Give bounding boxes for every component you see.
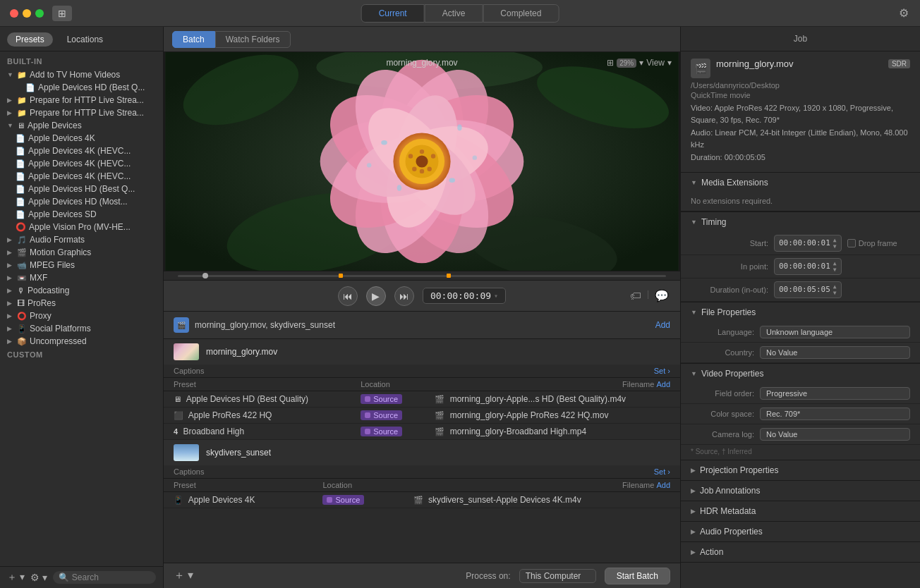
- hdr-metadata-header[interactable]: ▶ HDR Metadata: [681, 501, 920, 521]
- action-section: ▶ Action: [681, 542, 920, 563]
- video-properties-header[interactable]: ▼ Video Properties: [681, 364, 920, 384]
- action-header[interactable]: ▶ Action: [681, 542, 920, 562]
- country-select[interactable]: No Value: [760, 346, 910, 359]
- tree-item-label: Uncompressed: [30, 336, 87, 346]
- tree-item-apple-hd-best[interactable]: 📄 Apple Devices HD (Best Q...: [0, 81, 163, 94]
- language-select[interactable]: Unknown language: [760, 326, 910, 338]
- preset-table-2: Preset Location Filename Add 📱: [164, 479, 680, 508]
- preset-name: 4 Broadband High: [164, 424, 351, 440]
- tree-item-uncompressed[interactable]: ▶ 📦 Uncompressed: [0, 335, 163, 348]
- tree-item-prores[interactable]: ▶ 🎞 ProRes: [0, 297, 163, 310]
- projection-properties-header[interactable]: ▶ Projection Properties: [681, 460, 920, 480]
- settings-icon[interactable]: ⚙: [899, 6, 909, 20]
- preset-filename: 🎬 morning_glory-Apple...s HD (Best Quali…: [425, 391, 680, 408]
- tree-item-audio-formats[interactable]: ▶ 🎵 Audio Formats: [0, 233, 163, 246]
- svg-point-30: [431, 154, 435, 158]
- tab-watch-folders[interactable]: Watch Folders: [215, 31, 291, 48]
- tab-active[interactable]: Active: [425, 4, 483, 23]
- tree-item-motion-graphics[interactable]: ▶ 🎬 Motion Graphics: [0, 246, 163, 259]
- tree-item-mpeg[interactable]: ▶ 📹 MPEG Files: [0, 259, 163, 271]
- sidebar-toggle-button[interactable]: ⊞: [52, 6, 72, 21]
- camera-log-select[interactable]: No Value: [760, 428, 910, 441]
- search-field[interactable]: 🔍 Search: [53, 571, 156, 584]
- tree-item-mxf[interactable]: ▶ 📼 MXF: [0, 271, 163, 284]
- close-button[interactable]: [10, 9, 18, 18]
- tree-item-apple-devices[interactable]: ▼ 🖥 Apple Devices: [0, 119, 163, 132]
- add-preset-button[interactable]: ＋ ▾: [7, 571, 25, 584]
- start-timecode[interactable]: 00:00:00:01 ▲▼: [774, 235, 842, 252]
- tree-item-apple-hd-most[interactable]: 📄 Apple Devices HD (Most...: [0, 195, 163, 208]
- svg-point-31: [412, 166, 416, 171]
- audio-properties-section: ▶ Audio Properties: [681, 522, 920, 542]
- field-order-label: Field order:: [691, 389, 754, 398]
- tree-item-label: Apple Vision Pro (MV-HE...: [29, 222, 131, 232]
- set-captions-button[interactable]: Set ›: [654, 367, 670, 375]
- color-space-select[interactable]: Rec. 709*: [760, 408, 910, 420]
- mic-icon: 🎙: [17, 286, 25, 295]
- tree-item-podcasting[interactable]: ▶ 🎙 Podcasting: [0, 284, 163, 297]
- file-properties-header[interactable]: ▼ File Properties: [681, 302, 920, 322]
- job-thumbnail: [174, 343, 199, 360]
- media-extensions-header[interactable]: ▼ Media Extensions: [681, 173, 920, 192]
- add-preset-button[interactable]: Add: [656, 481, 670, 489]
- source-badge: Source: [322, 495, 364, 505]
- tree-item-apple-4k-hevc2[interactable]: 📄 Apple Devices 4K (HEVC...: [0, 157, 163, 170]
- country-label: Country:: [691, 348, 754, 357]
- in-point-value: 00:00:00:01: [779, 262, 830, 271]
- projection-properties-section: ▶ Projection Properties: [681, 460, 920, 481]
- tab-completed[interactable]: Completed: [483, 4, 559, 23]
- job-annotations-section: ▶ Job Annotations: [681, 481, 920, 501]
- jobs-title: morning_glory.mov, skydivers_sunset: [195, 320, 335, 330]
- jobs-header: 🎬 morning_glory.mov, skydivers_sunset Ad…: [164, 312, 680, 339]
- skip-forward-button[interactable]: ⏭: [394, 286, 414, 306]
- tree-item-tv-home-videos[interactable]: ▼ 📁 Add to TV Home Videos: [0, 68, 163, 81]
- tree-item-apple-sd[interactable]: 📄 Apple Devices SD: [0, 208, 163, 221]
- add-job-plus-button[interactable]: ＋ ▾: [174, 568, 193, 583]
- tree-item-apple-4k[interactable]: 📄 Apple Devices 4K: [0, 132, 163, 145]
- drop-frame-check: Drop frame: [847, 239, 897, 247]
- tree-item-apple-vision[interactable]: ⭕ Apple Vision Pro (MV-HE...: [0, 221, 163, 233]
- video-icon: 📹: [17, 261, 27, 270]
- computer-select[interactable]: This Computer: [519, 569, 596, 583]
- minimize-button[interactable]: [23, 9, 31, 18]
- tree-item-apple-4k-hevc3[interactable]: 📄 Apple Devices 4K (HEVC...: [0, 170, 163, 183]
- set-captions-button[interactable]: Set ›: [654, 467, 670, 476]
- titlebar-tabs: Current Active Completed: [361, 4, 559, 23]
- job-annotations-header[interactable]: ▶ Job Annotations: [681, 481, 920, 501]
- section-title: Action: [700, 547, 723, 557]
- tab-batch[interactable]: Batch: [172, 31, 215, 48]
- tree-item-proxy[interactable]: ▶ ⭕ Proxy: [0, 310, 163, 322]
- settings-preset-button[interactable]: ⚙ ▾: [30, 572, 47, 583]
- timing-header[interactable]: ▼ Timing: [681, 212, 920, 232]
- view-button[interactable]: View: [646, 58, 665, 68]
- skip-back-button[interactable]: ⏮: [338, 286, 358, 306]
- field-order-select[interactable]: Progressive: [760, 387, 910, 400]
- tab-presets[interactable]: Presets: [7, 32, 53, 47]
- custom-section-header: CUSTOM: [0, 348, 163, 362]
- play-button[interactable]: ▶: [366, 286, 386, 306]
- maximize-button[interactable]: [35, 9, 44, 18]
- tab-locations[interactable]: Locations: [59, 32, 111, 47]
- audio-properties-header[interactable]: ▶ Audio Properties: [681, 522, 920, 541]
- comment-button[interactable]: 💬: [655, 289, 669, 302]
- annotation-button[interactable]: 🏷: [630, 289, 641, 302]
- tab-current[interactable]: Current: [361, 4, 425, 23]
- tree-item-apple-4k-hevc1[interactable]: 📄 Apple Devices 4K (HEVC...: [0, 145, 163, 157]
- tree-item-apple-hd-bestq[interactable]: 📄 Apple Devices HD (Best Q...: [0, 183, 163, 195]
- view-arrow: ▾: [667, 58, 672, 68]
- tree-item-http-live1[interactable]: ▶ 📁 Prepare for HTTP Live Strea...: [0, 94, 163, 106]
- tree-item-social-platforms[interactable]: ▶ 📱 Social Platforms: [0, 322, 163, 335]
- timeline-scrubber[interactable]: [164, 271, 680, 281]
- start-batch-button[interactable]: Start Batch: [605, 568, 670, 584]
- arrow-icon: ▶: [7, 287, 14, 294]
- tc-arrows: ▲▼: [833, 237, 837, 250]
- in-point-timecode[interactable]: 00:00:00:01 ▲▼: [774, 258, 842, 275]
- drop-frame-checkbox[interactable]: [847, 239, 856, 247]
- timecode-display[interactable]: 00:00:00:09 ▾: [423, 288, 506, 304]
- add-job-button[interactable]: Add: [655, 320, 670, 330]
- captions-row: Captions Set ›: [164, 365, 680, 378]
- collapse-arrow: ▼: [691, 179, 697, 186]
- add-preset-button[interactable]: Add: [656, 380, 670, 388]
- tree-item-http-live2[interactable]: ▶ 📁 Prepare for HTTP Live Strea...: [0, 106, 163, 119]
- duration-timecode[interactable]: 00:00:05:05 ▲▼: [774, 281, 842, 298]
